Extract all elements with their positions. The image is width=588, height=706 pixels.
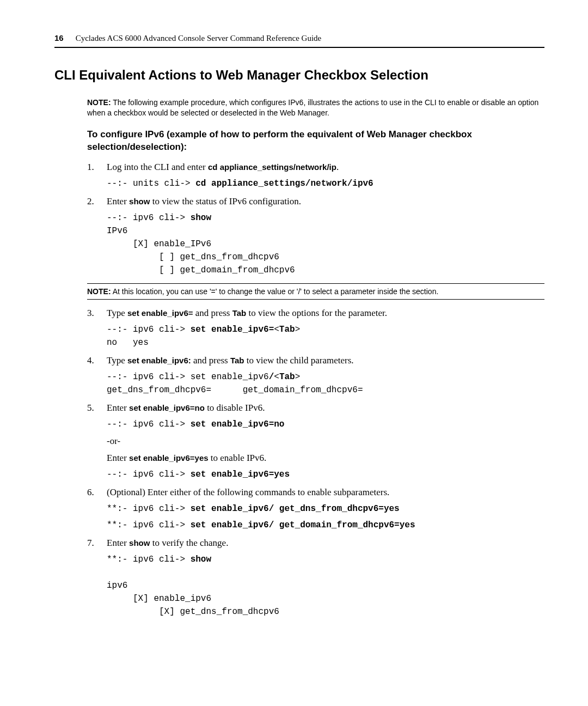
step-number: 5. [87, 402, 107, 484]
step-3: 3. Type set enable_ipv6= and press Tab t… [87, 307, 544, 352]
note-text: At this location, you can use '=' to cha… [111, 287, 439, 296]
code-block: --:- ipv6 cli-> show IPv6 [X] enable_IPv… [107, 211, 544, 277]
page-header: 16 Cyclades ACS 6000 Advanced Console Se… [54, 33, 544, 48]
code-block: --:- ipv6 cli-> set enable_ipv6/<Tab> ge… [107, 370, 544, 397]
step-text: Type set enable_ipv6: and press Tab to v… [107, 355, 544, 367]
code-block: **:- ipv6 cli-> set enable_ipv6/ get_dom… [107, 519, 544, 532]
note-intro: NOTE: The following example procedure, w… [87, 98, 544, 119]
step-number: 6. [87, 486, 107, 535]
code-block: **:- ipv6 cli-> show ipv6 [X] enable_ipv… [107, 553, 544, 618]
section-title: CLI Equivalent Actions to Web Manager Ch… [54, 66, 544, 84]
step-text: Enter set enable_ipv6=no to disable IPv6… [107, 402, 544, 415]
step-5: 5. Enter set enable_ipv6=no to disable I… [87, 402, 544, 484]
step-text: Enter show to verify the change. [107, 537, 544, 550]
page-number: 16 [54, 33, 64, 44]
steps-list-cont: 3. Type set enable_ipv6= and press Tab t… [87, 307, 544, 622]
step-text: Log into the CLI and enter cd appliance_… [107, 161, 544, 174]
step-number: 4. [87, 355, 107, 400]
step-text: Enter show to view the status of IPv6 co… [107, 196, 544, 208]
note-inline: NOTE: At this location, you can use '=' … [87, 283, 544, 300]
step-number: 3. [87, 307, 107, 352]
procedure-subheading: To configure IPv6 (example of how to per… [87, 129, 544, 154]
or-text: -or- [107, 435, 544, 448]
guide-title: Cyclades ACS 6000 Advanced Console Serve… [76, 33, 322, 44]
code-block: --:- ipv6 cli-> set enable_ipv6=yes [107, 468, 544, 481]
code-block: --:- ipv6 cli-> set enable_ipv6=no [107, 418, 544, 431]
steps-list: 1. Log into the CLI and enter cd applian… [87, 161, 544, 280]
note-label: NOTE: [87, 287, 111, 296]
note-text: The following example procedure, which c… [87, 98, 538, 118]
step-2: 2. Enter show to view the status of IPv6… [87, 196, 544, 280]
step-text: Enter set enable_ipv6=yes to enable IPv6… [107, 452, 544, 465]
step-4: 4. Type set enable_ipv6: and press Tab t… [87, 355, 544, 400]
step-text: (Optional) Enter either of the following… [107, 486, 544, 499]
note-label: NOTE: [87, 98, 111, 107]
code-block: **:- ipv6 cli-> set enable_ipv6/ get_dns… [107, 502, 544, 515]
step-number: 7. [87, 537, 107, 622]
step-1: 1. Log into the CLI and enter cd applian… [87, 161, 544, 193]
step-7: 7. Enter show to verify the change. **:-… [87, 537, 544, 622]
step-text: Type set enable_ipv6= and press Tab to v… [107, 307, 544, 320]
step-number: 2. [87, 196, 107, 280]
step-number: 1. [87, 161, 107, 193]
step-6: 6. (Optional) Enter either of the follow… [87, 486, 544, 535]
code-block: --:- units cli-> cd appliance_settings/n… [107, 177, 544, 190]
code-block: --:- ipv6 cli-> set enable_ipv6=<Tab> no… [107, 323, 544, 349]
